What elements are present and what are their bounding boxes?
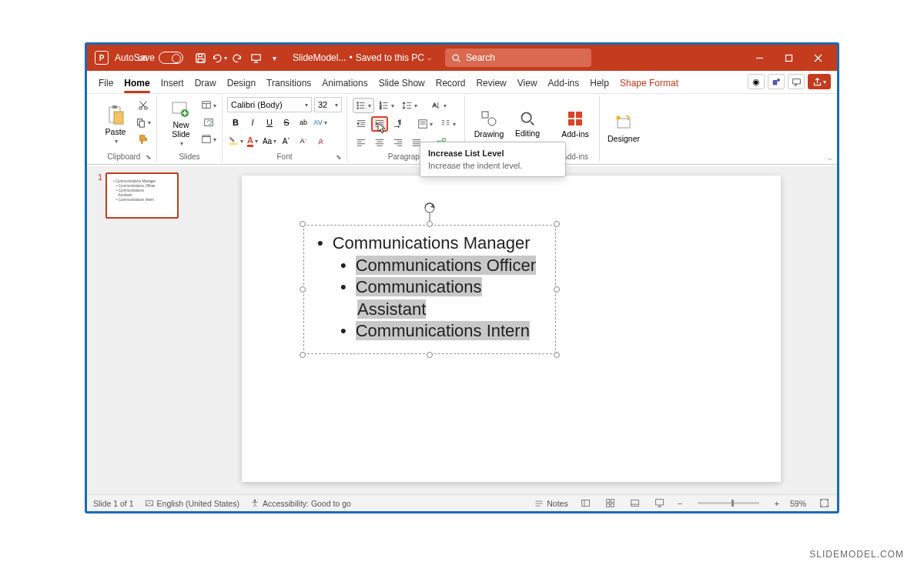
shrink-font-button[interactable]: A˅ [296, 133, 311, 149]
accessibility-status[interactable]: Accessibility: Good to go [250, 499, 351, 508]
align-center-button[interactable] [371, 135, 388, 150]
svg-rect-0 [196, 53, 204, 62]
rotate-handle-icon[interactable] [423, 202, 437, 223]
resize-handle-se[interactable] [554, 352, 560, 358]
align-text-button[interactable]: ▾ [414, 116, 436, 132]
tab-design[interactable]: Design [222, 75, 261, 93]
slide-thumbnail-1[interactable]: • Communications Manager • Communication… [105, 172, 179, 219]
decrease-indent-button[interactable] [353, 116, 370, 132]
tab-help[interactable]: Help [584, 75, 614, 93]
resize-handle-w[interactable] [300, 286, 306, 293]
italic-button[interactable]: I [245, 115, 260, 130]
cut-icon[interactable] [136, 98, 151, 113]
format-painter-icon[interactable] [136, 132, 151, 147]
resize-handle-e[interactable] [554, 286, 560, 293]
autosave-toggle[interactable]: AutoSave Off [115, 52, 183, 64]
slide[interactable]: Communications Manager Communications Of… [242, 176, 781, 482]
file-name: SlideModel... [293, 52, 346, 63]
resize-handle-nw[interactable] [300, 221, 306, 227]
highlight-button[interactable]: ▾ [228, 133, 243, 149]
slide-thumbnail-panel[interactable]: 1 • Communications Manager • Communicati… [87, 166, 186, 494]
tab-view[interactable]: View [512, 75, 543, 93]
increase-indent-button[interactable] [371, 116, 388, 132]
font-color-button[interactable]: A▾ [245, 133, 260, 149]
paste-button[interactable]: Paste ▾ [96, 97, 135, 151]
line-spacing-button[interactable]: ▾ [399, 98, 420, 113]
notes-button[interactable]: Notes [534, 499, 567, 508]
columns-button[interactable]: ▾ [437, 116, 459, 132]
clipboard-launcher-icon[interactable]: ⬊ [146, 153, 152, 161]
zoom-in-button[interactable]: + [775, 499, 779, 508]
grow-font-button[interactable]: A˄ [279, 133, 294, 149]
tab-insert[interactable]: Insert [156, 75, 189, 93]
tab-record[interactable]: Record [430, 75, 471, 93]
font-launcher-icon[interactable]: ⬊ [336, 153, 342, 161]
tab-transitions[interactable]: Transitions [261, 75, 316, 93]
resize-handle-sw[interactable] [300, 352, 306, 358]
tab-home[interactable]: Home [119, 75, 155, 93]
save-status[interactable]: Saved to this PC [356, 52, 424, 63]
strikethrough-button[interactable]: S [279, 115, 294, 130]
slideshow-view-icon[interactable] [653, 497, 667, 510]
comments-button[interactable] [788, 74, 805, 89]
share-button[interactable]: ▾ [808, 74, 831, 89]
layout-icon[interactable]: ▾ [201, 98, 216, 113]
reading-view-icon[interactable] [628, 497, 642, 510]
section-icon[interactable]: ▾ [201, 132, 216, 147]
zoom-level[interactable]: 59% [790, 499, 806, 508]
slide-canvas[interactable]: Communications Manager Communications Of… [186, 166, 837, 494]
font-name-select[interactable]: Calibri (Body)▾ [227, 97, 312, 112]
align-right-button[interactable] [390, 135, 407, 150]
tab-animations[interactable]: Animations [316, 75, 373, 93]
zoom-slider[interactable] [698, 502, 759, 504]
character-spacing-button[interactable]: A͏V▾ [313, 115, 328, 130]
toggle-switch-icon: Off [159, 52, 183, 64]
collapse-ribbon-icon[interactable]: ⌵ [828, 153, 832, 162]
close-button[interactable] [803, 45, 832, 71]
underline-button[interactable]: U [262, 115, 277, 130]
resize-handle-n[interactable] [427, 221, 433, 227]
designer-button[interactable]: Designer [604, 97, 643, 159]
zoom-thumb[interactable] [732, 500, 734, 507]
customize-qat-icon[interactable]: ▾ [266, 49, 283, 66]
bullets-button[interactable]: ▾ [353, 98, 374, 113]
camera-button[interactable]: ◉ [748, 74, 765, 89]
numbering-button[interactable]: 123▾ [376, 98, 397, 113]
tab-draw[interactable]: Draw [189, 75, 222, 93]
text-box[interactable]: Communications Manager Communications Of… [303, 225, 556, 354]
reset-icon[interactable] [201, 115, 216, 130]
language-status[interactable]: English (United States) [145, 499, 239, 508]
search-input[interactable]: Search [445, 49, 591, 67]
copy-icon[interactable]: ▾ [136, 115, 151, 130]
maximize-button[interactable] [774, 45, 803, 71]
teams-button[interactable] [768, 74, 785, 89]
tab-review[interactable]: Review [470, 75, 511, 93]
tab-file[interactable]: File [93, 75, 119, 93]
group-designer: Designer [600, 95, 648, 162]
align-left-button[interactable] [353, 135, 370, 150]
slide-counter[interactable]: Slide 1 of 1 [93, 499, 134, 508]
sorter-view-icon[interactable] [604, 497, 618, 510]
zoom-out-button[interactable]: − [678, 499, 682, 508]
redo-icon[interactable] [229, 49, 246, 66]
ltr-button[interactable]: ¶ [390, 116, 407, 132]
fit-window-icon[interactable] [817, 497, 831, 510]
resize-handle-s[interactable] [427, 352, 433, 358]
minimize-button[interactable] [745, 45, 774, 71]
normal-view-icon[interactable] [579, 497, 593, 510]
resize-handle-ne[interactable] [554, 221, 560, 227]
addins-button[interactable]: Add-ins [556, 106, 594, 142]
from-beginning-icon[interactable] [247, 49, 264, 66]
tab-addins[interactable]: Add-ins [543, 75, 585, 93]
new-slide-button[interactable]: New Slide▾ [162, 97, 200, 151]
tab-slideshow[interactable]: Slide Show [373, 75, 430, 93]
font-size-select[interactable]: 32▾ [314, 97, 342, 112]
clear-formatting-button[interactable]: A̷ [313, 133, 328, 149]
text-shadow-button[interactable]: ab [296, 115, 311, 130]
text-direction-button[interactable]: A▾ [428, 98, 450, 113]
save-icon[interactable] [192, 49, 209, 66]
undo-icon[interactable]: ▾ [210, 49, 227, 66]
change-case-button[interactable]: Aa▾ [262, 133, 277, 149]
tab-shape-format[interactable]: Shape Format [614, 75, 684, 93]
bold-button[interactable]: B [228, 115, 243, 130]
